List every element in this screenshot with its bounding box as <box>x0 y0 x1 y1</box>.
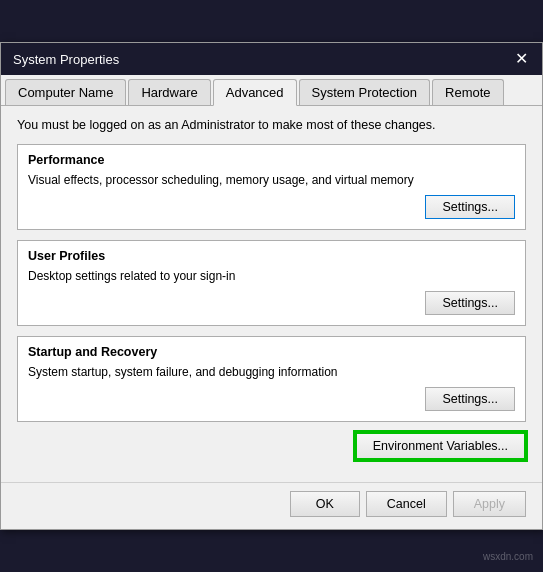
environment-variables-button[interactable]: Environment Variables... <box>355 432 526 460</box>
tab-remote[interactable]: Remote <box>432 79 504 105</box>
content-area: You must be logged on as an Administrato… <box>1 106 542 482</box>
user-profiles-label: User Profiles <box>28 249 515 263</box>
startup-recovery-settings-button[interactable]: Settings... <box>425 387 515 411</box>
system-properties-window: System Properties ✕ Computer Name Hardwa… <box>0 42 543 530</box>
ok-button[interactable]: OK <box>290 491 360 517</box>
watermark: wsxdn.com <box>483 551 533 562</box>
env-vars-row: Environment Variables... <box>17 432 526 460</box>
cancel-button[interactable]: Cancel <box>366 491 447 517</box>
title-bar: System Properties ✕ <box>1 43 542 75</box>
tab-advanced[interactable]: Advanced <box>213 79 297 106</box>
user-profiles-settings-button[interactable]: Settings... <box>425 291 515 315</box>
performance-desc: Visual effects, processor scheduling, me… <box>28 173 515 187</box>
tab-computer-name[interactable]: Computer Name <box>5 79 126 105</box>
user-profiles-section: User Profiles Desktop settings related t… <box>17 240 526 326</box>
performance-section: Performance Visual effects, processor sc… <box>17 144 526 230</box>
close-button[interactable]: ✕ <box>513 51 530 67</box>
startup-recovery-desc: System startup, system failure, and debu… <box>28 365 515 379</box>
tab-system-protection[interactable]: System Protection <box>299 79 431 105</box>
apply-button[interactable]: Apply <box>453 491 526 517</box>
performance-label: Performance <box>28 153 515 167</box>
notice-text: You must be logged on as an Administrato… <box>17 118 526 132</box>
user-profiles-desc: Desktop settings related to your sign-in <box>28 269 515 283</box>
bottom-buttons-row: OK Cancel Apply <box>1 482 542 529</box>
tabs-bar: Computer Name Hardware Advanced System P… <box>1 75 542 106</box>
startup-recovery-section: Startup and Recovery System startup, sys… <box>17 336 526 422</box>
performance-settings-button[interactable]: Settings... <box>425 195 515 219</box>
startup-recovery-label: Startup and Recovery <box>28 345 515 359</box>
window-title: System Properties <box>13 52 119 67</box>
tab-hardware[interactable]: Hardware <box>128 79 210 105</box>
